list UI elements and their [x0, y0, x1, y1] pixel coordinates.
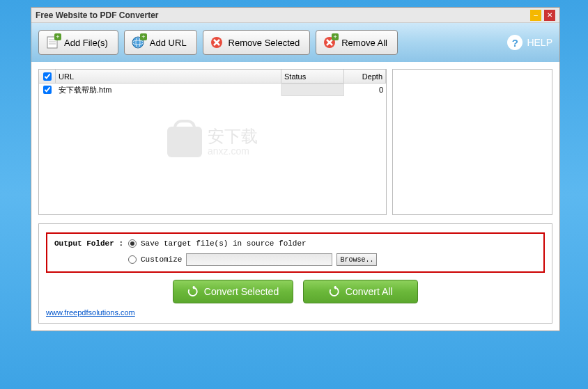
preview-panel [392, 69, 552, 215]
toolbar: + Add File(s) + Add URL Remove Selected … [31, 23, 559, 62]
column-url[interactable]: URL [56, 70, 281, 83]
file-table: URL Status Depth 安下载帮助.htm 0 安下载 [38, 69, 387, 215]
add-url-label: Add URL [150, 38, 187, 48]
add-files-label: Add File(s) [64, 38, 108, 48]
convert-selected-label: Convert Selected [204, 286, 279, 297]
application-window: Free Website to PDF Converter – ✕ + Add … [31, 7, 560, 331]
close-button[interactable]: ✕ [544, 10, 555, 21]
column-depth[interactable]: Depth [344, 70, 386, 83]
help-label: HELP [527, 37, 552, 48]
help-icon: ? [507, 35, 523, 50]
footer-link[interactable]: www.freepdfsolutions.com [46, 308, 135, 317]
remove-all-label: Remove All [341, 38, 387, 48]
row-checkbox[interactable] [43, 86, 52, 94]
remove-all-button[interactable]: + Remove All [316, 30, 398, 55]
remove-selected-label: Remove Selected [229, 38, 300, 48]
output-folder-label: Output Folder : [54, 239, 124, 248]
remove-selected-button[interactable]: Remove Selected [203, 30, 311, 55]
titlebar: Free Website to PDF Converter – ✕ [31, 8, 559, 23]
help-button[interactable]: ? HELP [507, 35, 552, 50]
select-all-checkbox[interactable] [43, 72, 52, 81]
row-url: 安下载帮助.htm [56, 84, 281, 96]
globe-icon: + [130, 35, 146, 50]
content-area: URL Status Depth 安下载帮助.htm 0 安下载 [31, 62, 559, 331]
row-status [281, 84, 344, 96]
radio-customize-label: Customize [141, 255, 182, 264]
radio-source-folder[interactable] [128, 239, 137, 248]
add-files-button[interactable]: + Add File(s) [38, 30, 118, 55]
convert-all-button[interactable]: Convert All [303, 280, 418, 303]
table-row[interactable]: 安下载帮助.htm 0 [39, 84, 386, 96]
radio-customize[interactable] [128, 255, 137, 264]
row-depth: 0 [344, 84, 386, 96]
custom-path-input[interactable] [186, 253, 332, 266]
remove-all-icon: + [322, 35, 337, 50]
minimize-button[interactable]: – [530, 10, 541, 21]
watermark: 安下载 anxz.com [167, 127, 258, 157]
refresh-icon [329, 286, 340, 297]
refresh-icon [187, 286, 199, 297]
file-icon: + [45, 35, 60, 50]
convert-all-label: Convert All [346, 286, 393, 297]
convert-selected-button[interactable]: Convert Selected [173, 280, 293, 303]
window-title: Free Website to PDF Converter [36, 10, 158, 20]
radio-source-label: Save target file(s) in source folder [141, 239, 307, 248]
remove-icon [209, 35, 224, 50]
browse-button[interactable]: Browse.. [336, 253, 377, 266]
add-url-button[interactable]: + Add URL [124, 30, 197, 55]
bottom-panel: Output Folder : Save target file(s) in s… [38, 223, 552, 324]
output-folder-section: Output Folder : Save target file(s) in s… [46, 232, 545, 273]
column-status[interactable]: Status [281, 70, 344, 83]
